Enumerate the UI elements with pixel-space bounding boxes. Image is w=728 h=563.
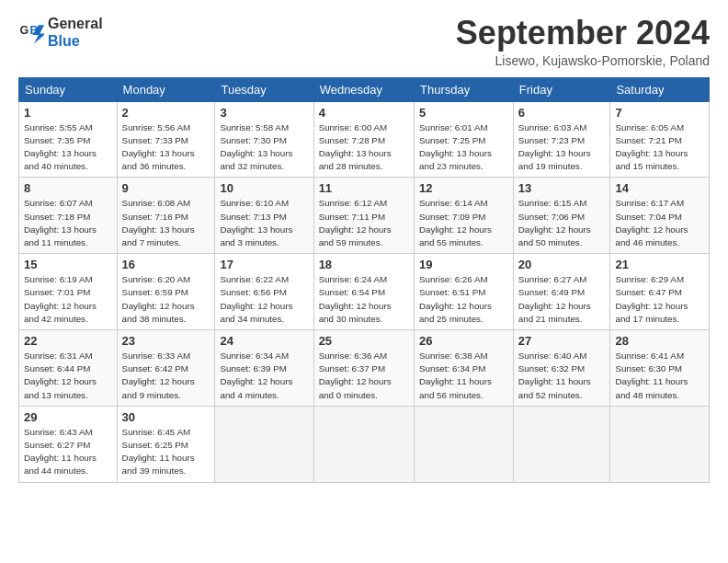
day-number: 25	[319, 334, 409, 348]
logo: G B General Blue	[18, 15, 103, 50]
day-info: Sunrise: 6:15 AM Sunset: 7:06 PM Dayligh…	[518, 197, 606, 249]
logo-icon: G B	[18, 19, 44, 45]
day-number: 19	[419, 258, 508, 271]
day-number: 7	[615, 106, 704, 120]
calendar-week-1: 1Sunrise: 5:55 AM Sunset: 7:35 PM Daylig…	[19, 101, 710, 178]
weekday-header-sunday: Sunday	[19, 77, 118, 101]
day-info: Sunrise: 6:19 AM Sunset: 7:01 PM Dayligh…	[24, 273, 112, 326]
calendar-page: G B General Blue September 2024 Lisewo, …	[0, 0, 728, 563]
calendar-cell	[313, 406, 414, 482]
calendar-cell: 18Sunrise: 6:24 AM Sunset: 6:54 PM Dayli…	[313, 254, 414, 330]
day-number: 26	[419, 334, 508, 348]
weekday-header-row: SundayMondayTuesdayWednesdayThursdayFrid…	[19, 77, 710, 101]
calendar-cell: 14Sunrise: 6:17 AM Sunset: 7:04 PM Dayli…	[610, 178, 710, 254]
day-info: Sunrise: 6:17 AM Sunset: 7:04 PM Dayligh…	[615, 197, 704, 249]
calendar-cell: 28Sunrise: 6:41 AM Sunset: 6:30 PM Dayli…	[610, 330, 710, 407]
day-number: 3	[220, 106, 308, 120]
day-number: 21	[615, 258, 704, 271]
day-info: Sunrise: 6:12 AM Sunset: 7:11 PM Dayligh…	[319, 197, 409, 249]
day-number: 8	[24, 181, 112, 195]
calendar-cell: 12Sunrise: 6:14 AM Sunset: 7:09 PM Dayli…	[415, 178, 514, 254]
calendar-cell: 6Sunrise: 6:03 AM Sunset: 7:23 PM Daylig…	[513, 101, 610, 178]
day-number: 23	[122, 334, 210, 348]
day-info: Sunrise: 6:20 AM Sunset: 6:59 PM Dayligh…	[122, 273, 210, 326]
calendar-week-2: 8Sunrise: 6:07 AM Sunset: 7:18 PM Daylig…	[19, 178, 710, 254]
day-number: 14	[615, 181, 704, 195]
title-area: September 2024 Lisewo, Kujawsko-Pomorski…	[456, 15, 710, 68]
day-number: 15	[24, 258, 112, 271]
day-number: 13	[518, 181, 606, 195]
calendar-cell: 29Sunrise: 6:43 AM Sunset: 6:27 PM Dayli…	[19, 406, 118, 482]
day-info: Sunrise: 6:45 AM Sunset: 6:25 PM Dayligh…	[122, 426, 210, 478]
calendar-table: SundayMondayTuesdayWednesdayThursdayFrid…	[18, 77, 710, 483]
weekday-header-thursday: Thursday	[415, 77, 514, 101]
day-info: Sunrise: 6:41 AM Sunset: 6:30 PM Dayligh…	[615, 350, 704, 402]
day-info: Sunrise: 6:03 AM Sunset: 7:23 PM Dayligh…	[518, 121, 606, 174]
day-info: Sunrise: 6:36 AM Sunset: 6:37 PM Dayligh…	[319, 350, 409, 402]
calendar-cell: 10Sunrise: 6:10 AM Sunset: 7:13 PM Dayli…	[215, 178, 313, 254]
calendar-cell: 30Sunrise: 6:45 AM Sunset: 6:25 PM Dayli…	[117, 406, 215, 482]
logo-text: General Blue	[48, 15, 103, 50]
calendar-cell: 8Sunrise: 6:07 AM Sunset: 7:18 PM Daylig…	[19, 178, 118, 254]
day-info: Sunrise: 6:31 AM Sunset: 6:44 PM Dayligh…	[24, 350, 112, 402]
calendar-cell: 17Sunrise: 6:22 AM Sunset: 6:56 PM Dayli…	[215, 254, 313, 330]
day-info: Sunrise: 6:08 AM Sunset: 7:16 PM Dayligh…	[122, 197, 210, 249]
day-info: Sunrise: 5:58 AM Sunset: 7:30 PM Dayligh…	[220, 121, 308, 174]
calendar-cell	[415, 406, 514, 482]
calendar-cell: 20Sunrise: 6:27 AM Sunset: 6:49 PM Dayli…	[513, 254, 610, 330]
day-number: 20	[518, 258, 606, 271]
calendar-week-5: 29Sunrise: 6:43 AM Sunset: 6:27 PM Dayli…	[19, 406, 710, 482]
calendar-cell: 23Sunrise: 6:33 AM Sunset: 6:42 PM Dayli…	[117, 330, 215, 407]
day-number: 22	[24, 334, 112, 348]
day-number: 17	[220, 258, 308, 271]
calendar-cell: 11Sunrise: 6:12 AM Sunset: 7:11 PM Dayli…	[313, 178, 414, 254]
calendar-cell: 19Sunrise: 6:26 AM Sunset: 6:51 PM Dayli…	[415, 254, 514, 330]
day-info: Sunrise: 6:43 AM Sunset: 6:27 PM Dayligh…	[24, 426, 112, 478]
calendar-cell: 27Sunrise: 6:40 AM Sunset: 6:32 PM Dayli…	[513, 330, 610, 407]
day-info: Sunrise: 6:29 AM Sunset: 6:47 PM Dayligh…	[615, 273, 704, 326]
day-number: 16	[122, 258, 210, 271]
day-info: Sunrise: 6:27 AM Sunset: 6:49 PM Dayligh…	[518, 273, 606, 326]
header: G B General Blue September 2024 Lisewo, …	[18, 15, 710, 68]
calendar-cell: 15Sunrise: 6:19 AM Sunset: 7:01 PM Dayli…	[19, 254, 118, 330]
day-number: 29	[24, 410, 112, 424]
day-info: Sunrise: 6:33 AM Sunset: 6:42 PM Dayligh…	[122, 350, 210, 402]
calendar-cell	[610, 406, 710, 482]
weekday-header-wednesday: Wednesday	[313, 77, 414, 101]
svg-text:G: G	[20, 24, 29, 37]
day-number: 9	[122, 181, 210, 195]
calendar-cell: 16Sunrise: 6:20 AM Sunset: 6:59 PM Dayli…	[117, 254, 215, 330]
day-number: 24	[220, 334, 308, 348]
calendar-cell: 3Sunrise: 5:58 AM Sunset: 7:30 PM Daylig…	[215, 101, 313, 178]
day-number: 6	[518, 106, 606, 120]
day-info: Sunrise: 6:00 AM Sunset: 7:28 PM Dayligh…	[319, 121, 409, 174]
day-info: Sunrise: 6:38 AM Sunset: 6:34 PM Dayligh…	[419, 350, 508, 402]
calendar-cell: 26Sunrise: 6:38 AM Sunset: 6:34 PM Dayli…	[415, 330, 514, 407]
calendar-cell: 4Sunrise: 6:00 AM Sunset: 7:28 PM Daylig…	[313, 101, 414, 178]
day-info: Sunrise: 6:34 AM Sunset: 6:39 PM Dayligh…	[220, 350, 308, 402]
month-title: September 2024	[456, 15, 710, 52]
calendar-week-4: 22Sunrise: 6:31 AM Sunset: 6:44 PM Dayli…	[19, 330, 710, 407]
weekday-header-monday: Monday	[117, 77, 215, 101]
calendar-cell: 25Sunrise: 6:36 AM Sunset: 6:37 PM Dayli…	[313, 330, 414, 407]
day-number: 27	[518, 334, 606, 348]
weekday-header-saturday: Saturday	[610, 77, 710, 101]
calendar-cell: 1Sunrise: 5:55 AM Sunset: 7:35 PM Daylig…	[19, 101, 118, 178]
calendar-cell: 22Sunrise: 6:31 AM Sunset: 6:44 PM Dayli…	[19, 330, 118, 407]
calendar-cell: 9Sunrise: 6:08 AM Sunset: 7:16 PM Daylig…	[117, 178, 215, 254]
weekday-header-tuesday: Tuesday	[215, 77, 313, 101]
day-info: Sunrise: 6:07 AM Sunset: 7:18 PM Dayligh…	[24, 197, 112, 249]
day-info: Sunrise: 6:01 AM Sunset: 7:25 PM Dayligh…	[419, 121, 508, 174]
day-info: Sunrise: 6:10 AM Sunset: 7:13 PM Dayligh…	[220, 197, 308, 249]
calendar-cell: 5Sunrise: 6:01 AM Sunset: 7:25 PM Daylig…	[415, 101, 514, 178]
calendar-cell: 24Sunrise: 6:34 AM Sunset: 6:39 PM Dayli…	[215, 330, 313, 407]
day-number: 1	[24, 106, 112, 120]
calendar-week-3: 15Sunrise: 6:19 AM Sunset: 7:01 PM Dayli…	[19, 254, 710, 330]
day-number: 11	[319, 181, 409, 195]
location: Lisewo, Kujawsko-Pomorskie, Poland	[456, 53, 710, 68]
calendar-cell	[513, 406, 610, 482]
day-number: 18	[319, 258, 409, 271]
day-number: 2	[122, 106, 210, 120]
calendar-cell: 21Sunrise: 6:29 AM Sunset: 6:47 PM Dayli…	[610, 254, 710, 330]
day-number: 28	[615, 334, 704, 348]
